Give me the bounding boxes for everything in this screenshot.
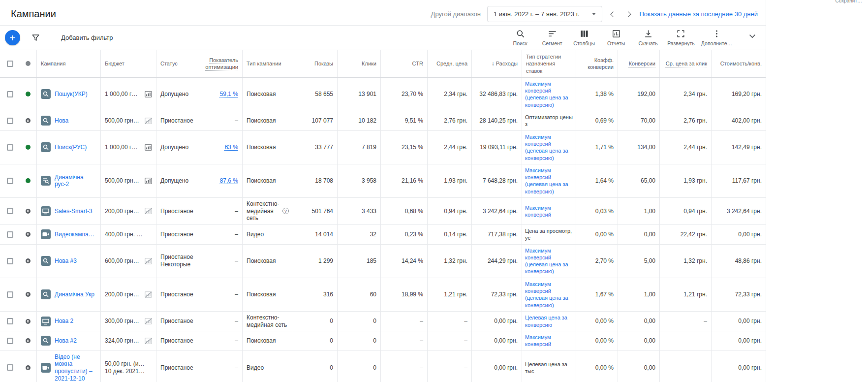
optimization-score[interactable]: –	[235, 208, 238, 215]
campaign-name-link[interactable]: Поиск(РУС)	[55, 144, 87, 151]
status-dot[interactable]	[26, 118, 31, 123]
add-campaign-button[interactable]	[5, 30, 20, 45]
help-icon[interactable]	[282, 208, 289, 214]
toolbar-more-button[interactable]: Дополните…	[701, 29, 732, 46]
bid-strategy-link[interactable]: Оптимизатор цены з	[525, 114, 573, 128]
status-dot[interactable]	[26, 92, 31, 96]
toolbar-download-button[interactable]: Скачать	[635, 29, 661, 46]
toolbar-reports-button[interactable]: Отчеты	[603, 29, 629, 46]
optimization-score[interactable]: 87,6 %	[220, 177, 238, 185]
row-checkbox[interactable]	[7, 91, 13, 97]
status-dot[interactable]	[26, 338, 31, 343]
status-dot[interactable]	[26, 145, 31, 150]
toolbar-expand-button[interactable]: Развернуть	[667, 29, 695, 46]
column-header-conv-rate[interactable]: Коэфф. конверсии	[576, 50, 618, 77]
column-header-conversions[interactable]: Конверсии	[618, 50, 659, 77]
column-header-cost-per-conv[interactable]: Стоимость/конв.	[711, 50, 766, 77]
bid-strategy-link[interactable]: Максимум конверсий (целевая цена за конв…	[525, 247, 573, 275]
budget-chart-icon[interactable]	[145, 208, 152, 214]
column-header-campaign-type[interactable]: Тип кампании	[242, 50, 293, 77]
optimization-score[interactable]: 63 %	[225, 144, 238, 151]
column-header-budget[interactable]: Бюджет	[100, 50, 156, 77]
add-filter-label[interactable]: Добавить фильтр	[61, 34, 113, 41]
optimization-score[interactable]: –	[235, 117, 238, 125]
row-checkbox[interactable]	[7, 118, 13, 124]
column-header-clicks[interactable]: Клики	[337, 50, 380, 77]
budget-chart-icon[interactable]	[145, 144, 152, 151]
select-all-checkbox[interactable]	[7, 61, 13, 67]
row-checkbox[interactable]	[7, 208, 13, 214]
row-checkbox[interactable]	[7, 144, 13, 151]
budget-chart-icon[interactable]	[145, 178, 152, 184]
status-dot[interactable]	[26, 232, 31, 237]
row-checkbox[interactable]	[7, 178, 13, 184]
impressions-cell: 18 708	[293, 164, 337, 197]
optimization-score[interactable]: –	[235, 337, 238, 345]
status-filter-dot[interactable]	[26, 61, 31, 66]
status-dot[interactable]	[26, 319, 31, 324]
bid-strategy-link[interactable]: Максимум конверсий (целевая цена за конв…	[525, 281, 573, 309]
status-dot[interactable]	[26, 292, 31, 297]
campaign-name-link[interactable]: Нова #2	[55, 337, 77, 345]
filter-icon[interactable]	[31, 33, 40, 42]
bid-strategy-link[interactable]: Максимум конверсий	[525, 334, 573, 348]
toolbar-columns-button[interactable]: Столбцы	[571, 29, 597, 46]
budget-chart-icon[interactable]	[145, 338, 152, 344]
column-header-bid-strategy[interactable]: Тип стратегии назначения ставок	[522, 50, 576, 77]
budget-chart-icon[interactable]	[145, 91, 152, 97]
column-header-impressions[interactable]: Показы	[293, 50, 337, 77]
bid-strategy-link[interactable]: Целевая цена за тыс	[525, 361, 573, 375]
bid-strategy-link[interactable]: Максимум конверсий (целевая цена за конв…	[525, 133, 573, 161]
row-checkbox[interactable]	[7, 258, 13, 264]
prev-period-button[interactable]	[609, 9, 618, 19]
optimization-score[interactable]: –	[235, 364, 238, 372]
row-checkbox[interactable]	[7, 318, 13, 324]
row-checkbox[interactable]	[7, 338, 13, 344]
bid-strategy-link[interactable]: Цена за просмотр, ус	[525, 227, 573, 242]
toolbar-segment-button[interactable]: Сегмент	[539, 29, 565, 46]
row-checkbox[interactable]	[7, 291, 13, 298]
campaign-name-link[interactable]: Пошук(УКР)	[55, 91, 88, 98]
bid-strategy-link[interactable]: Максимум конверсий (целевая цена за конв…	[525, 80, 573, 108]
column-header-cost[interactable]: Расходы	[471, 50, 522, 77]
campaign-name-link[interactable]: Нова #3	[55, 257, 77, 265]
campaign-name-link[interactable]: Динамічна рус-2	[55, 174, 96, 188]
optimization-score[interactable]: 59,1 %	[220, 91, 238, 98]
optimization-score[interactable]: –	[235, 291, 238, 298]
budget-chart-icon[interactable]	[145, 291, 152, 298]
optimization-score[interactable]: –	[235, 318, 238, 325]
date-range-select[interactable]: 1 июн. 2022 г. – 7 янв. 2023 г.	[487, 6, 603, 22]
status-dot[interactable]	[26, 365, 31, 370]
campaign-name-link[interactable]: Видеокампа…	[55, 231, 94, 238]
next-period-button[interactable]	[624, 9, 633, 19]
column-header-avg-cpc[interactable]: Ср. цена за клик	[659, 50, 711, 77]
show-last-30-link[interactable]: Показать данные за последние 30 дней	[639, 10, 758, 18]
campaign-name-link[interactable]: Відео (не можна пропустити) – 2021-12-10	[55, 353, 96, 382]
campaign-name-link[interactable]: Sales-Smart-3	[55, 208, 93, 215]
campaign-name-link[interactable]: Нова	[55, 117, 68, 125]
row-checkbox[interactable]	[7, 231, 13, 238]
column-header-optimization-score[interactable]: Показатель оптимизации	[202, 50, 242, 77]
column-header-avg-price[interactable]: Средн. цена	[427, 50, 471, 77]
campaign-name-link[interactable]: Динамічна Укр	[55, 291, 94, 298]
column-header-campaign[interactable]: Кампания	[36, 50, 100, 77]
budget-chart-icon[interactable]	[145, 318, 152, 324]
status-dot[interactable]	[26, 178, 31, 183]
bid-strategy-link[interactable]: Целевая цена за конверсию	[525, 314, 573, 328]
toolbar-search-button[interactable]: Поиск	[507, 29, 533, 46]
column-header-ctr[interactable]: CTR	[380, 50, 427, 77]
column-header-status[interactable]: Статус	[156, 50, 202, 77]
optimization-score[interactable]: –	[235, 231, 238, 238]
budget-chart-icon[interactable]	[145, 258, 152, 264]
bid-strategy-link[interactable]: Максимум конверсий	[525, 204, 573, 219]
optimization-cell: –	[202, 331, 242, 350]
collapse-toolbar-button[interactable]	[747, 26, 758, 41]
other-range-label[interactable]: Другой диапазон	[431, 10, 481, 18]
bid-strategy-link[interactable]: Максимум конверсий (целевая цена за конв…	[525, 167, 573, 195]
status-dot[interactable]	[26, 209, 31, 214]
row-checkbox[interactable]	[7, 364, 13, 371]
status-dot[interactable]	[26, 258, 31, 263]
budget-chart-icon[interactable]	[145, 118, 152, 124]
optimization-score[interactable]: –	[235, 257, 238, 265]
campaign-name-link[interactable]: Нова 2	[55, 318, 73, 325]
